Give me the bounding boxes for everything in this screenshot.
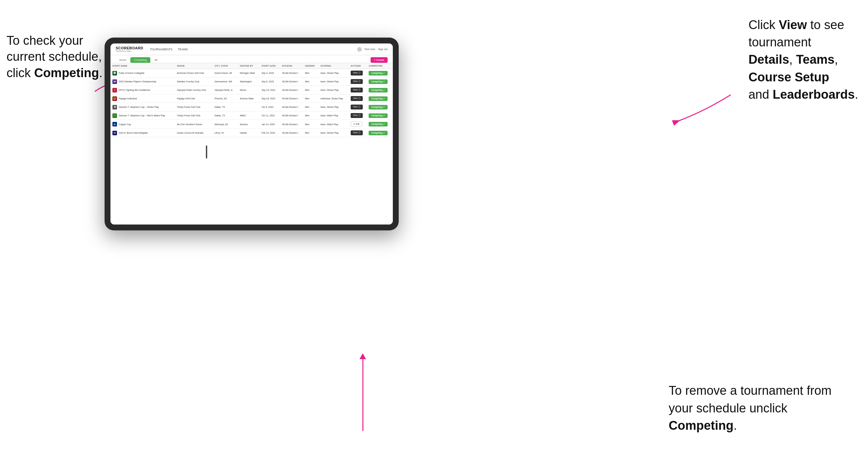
right-top-arrow (672, 92, 737, 131)
actions-cell: ✏ Edit (349, 120, 367, 129)
table-row: 🌿 Jackson T. Stephens Cup – Men's Match … (111, 112, 393, 120)
tournament-table: EVENT NAME VENUE CITY, STATE HOSTED BY S… (111, 63, 393, 137)
cell-division: NCAA Division I (280, 112, 303, 120)
cell-city_state: Dallas, TX (212, 112, 238, 120)
cell-venue: Sahalee Country Club (175, 77, 212, 86)
competing-cell: Competing ✓ (367, 129, 393, 137)
cell-hosted_by: Washington (238, 77, 259, 86)
view-button[interactable]: View ⓘ (351, 104, 363, 110)
cell-venue: American Dunes Golf Club (175, 69, 212, 77)
edit-button[interactable]: ✏ Edit (351, 122, 362, 127)
cell-scoring: team, Stroke Play (319, 129, 349, 137)
cell-hosted_by: Arizona State (238, 94, 259, 103)
nav-tournaments[interactable]: TOURNAMENTS (150, 48, 172, 51)
cell-venue: Ak-Chin Southern Dunes (175, 120, 212, 129)
cell-scoring: team, Match Play (319, 112, 349, 120)
bottom-annotation: To remove a tournament from your schedul… (669, 382, 858, 434)
competing-button[interactable]: Competing ✓ (369, 96, 388, 101)
competing-cell: Competing ✓ (367, 103, 393, 112)
event-name-cell: W 2023 Sahalee Players Championship (111, 77, 175, 86)
tab-competing[interactable]: Competing (130, 57, 150, 63)
cell-gender: Men (303, 120, 318, 129)
col-hosted-by: HOSTED BY (238, 63, 259, 69)
tab-home[interactable]: Home (116, 57, 130, 63)
actions-cell: View ⓘ (349, 86, 367, 94)
cell-start_date: Sep 4, 2023 (259, 69, 280, 77)
col-division: DIVISION (280, 63, 303, 69)
event-name-cell: 🌿 Jackson T. Stephens Cup – Men's Match … (111, 112, 175, 120)
event-name-cell: H John A. Burns Intercollegiate (111, 129, 175, 137)
cell-city_state: Lihue, HI (212, 129, 238, 137)
nav-teams[interactable]: TEAMS (178, 48, 188, 51)
competing-button[interactable]: Competing ✓ (369, 105, 388, 110)
cell-city_state: Phoenix, AZ (212, 94, 238, 103)
table-row: W 2023 Sahalee Players Championship Saha… (111, 77, 393, 86)
view-button[interactable]: View ⓘ (351, 130, 363, 135)
cell-venue: Olympia Fields Country Club (175, 86, 212, 94)
actions-cell: View ⓘ (349, 77, 367, 86)
col-start-date: START DATE (259, 63, 280, 69)
sign-out-link[interactable]: Sign out (378, 48, 388, 51)
cell-division: NCAA Division I (280, 94, 303, 103)
competing-button[interactable]: Competing ✓ (369, 88, 388, 92)
cell-division: NCAA Division I (280, 120, 303, 129)
cell-gender: Men (303, 69, 318, 77)
competing-button[interactable]: Competing ✓ (369, 80, 388, 84)
cell-scoring: team, Stroke Play (319, 103, 349, 112)
cell-start_date: Sep 9, 2023 (259, 77, 280, 86)
user-name: Test User (364, 48, 375, 51)
competing-button[interactable]: Competing ✓ (369, 131, 388, 135)
cell-city_state: Maricopa, AZ (212, 120, 238, 129)
cell-division: NCAA Division I (280, 77, 303, 86)
cell-division: NCAA Division I (280, 103, 303, 112)
tab-all[interactable]: All (151, 57, 161, 63)
competing-cell: Competing ✓ (367, 86, 393, 94)
app-header: SCOREBOARD Powered by clippi TOURNAMENTS… (111, 43, 393, 55)
cell-scoring: individual, Stroke Play (319, 94, 349, 103)
competing-button[interactable]: Competing ✓ (369, 114, 388, 118)
cell-hosted_by: Michigan State (238, 69, 259, 77)
actions-cell: View ⓘ (349, 103, 367, 112)
competing-button[interactable]: Competing ✓ (369, 71, 388, 75)
cell-division: NCAA Division I (280, 129, 303, 137)
logo-sub: Powered by clippi (116, 50, 143, 52)
tablet-screen: SCOREBOARD Powered by clippi TOURNAMENTS… (111, 43, 393, 224)
cell-gender: Men (303, 129, 318, 137)
table-row: A Copper Cup Ak-Chin Southern DunesMaric… (111, 120, 393, 129)
cell-venue: Trinity Forest Golf Club (175, 103, 212, 112)
competing-button[interactable]: Competing ✓ (369, 122, 388, 126)
col-event-name: EVENT NAME (111, 63, 175, 69)
table-row: 🔱 Papago Individual Papago Golf ClubPhoe… (111, 94, 393, 103)
table-body: 🏛 Folds of Honor Collegiate American Dun… (111, 69, 393, 137)
cell-hosted_by: ABAC (238, 112, 259, 120)
cell-start_date: Oct 9, 2023 (259, 103, 280, 112)
user-icon (357, 47, 362, 52)
cell-city_state: Grand Haven, MI (212, 69, 238, 77)
actions-cell: View ⓘ (349, 129, 367, 137)
cell-gender: Men (303, 94, 318, 103)
scoreboard-logo: SCOREBOARD Powered by clippi (116, 46, 143, 52)
cell-city_state: Dallas, TX (212, 103, 238, 112)
col-gender: GENDER (303, 63, 318, 69)
event-name-cell: ⚙ Jackson T. Stephens Cup – Stroke Play (111, 103, 175, 112)
col-competing: COMPETING (367, 63, 393, 69)
event-name-cell: I OFCC Fighting Illini Invitational (111, 86, 175, 94)
view-button[interactable]: View ⓘ (351, 88, 363, 92)
cell-scoring: team, Stroke Play (319, 77, 349, 86)
cell-gender: Men (303, 103, 318, 112)
event-name-cell: A Copper Cup (111, 120, 175, 129)
event-name-cell: 🔱 Papago Individual (111, 94, 175, 103)
cell-venue: Papago Golf Club (175, 94, 212, 103)
tab-bar: Home Competing All + Create (111, 55, 393, 63)
table-row: H John A. Burns Intercollegiate Ocean Co… (111, 129, 393, 137)
view-button[interactable]: View ⓘ (351, 113, 363, 118)
view-button[interactable]: View ⓘ (351, 71, 363, 75)
cell-venue: Trinity Forest Golf Club (175, 112, 212, 120)
table-row: 🏛 Folds of Honor Collegiate American Dun… (111, 69, 393, 77)
cell-start_date: Oct 11, 2023 (259, 112, 280, 120)
view-button[interactable]: View ⓘ (351, 79, 363, 84)
cell-scoring: team, Stroke Play (319, 69, 349, 77)
actions-cell: View ⓘ (349, 112, 367, 120)
create-button[interactable]: + Create (371, 57, 388, 63)
view-button[interactable]: View ⓘ (351, 96, 363, 101)
